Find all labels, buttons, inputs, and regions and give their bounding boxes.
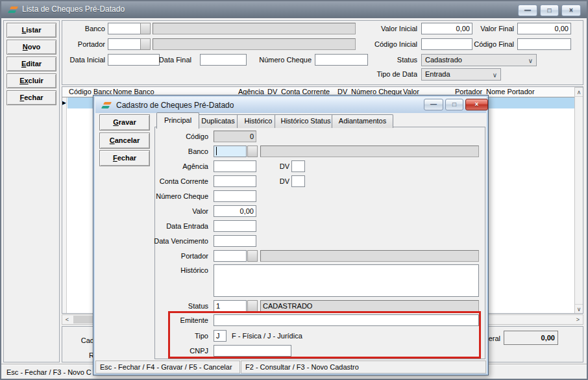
sidebar-button-fechar[interactable]: Fechar <box>6 90 56 105</box>
agencia-input[interactable] <box>214 160 256 172</box>
banco-name-field <box>260 146 479 157</box>
close-icon: × <box>475 101 479 108</box>
banco-label: Banco <box>40 23 105 34</box>
maximize-icon: □ <box>547 7 551 14</box>
valor-final-input[interactable]: 0,00 <box>517 23 571 34</box>
conta-corrente-label: Conta Corrente <box>106 175 208 187</box>
tab-duplicatas[interactable]: Duplicatas <box>194 114 242 128</box>
status-text-field: CADASTRADO <box>260 300 479 312</box>
scroll-right-icon[interactable]: > <box>574 316 582 323</box>
data-entrada-input[interactable] <box>214 220 256 232</box>
chevron-down-icon: ∨ <box>493 70 497 81</box>
dialog-window: Cadastro de Cheques Pré-Datado — □ × Gra… <box>93 95 489 375</box>
banco-lookup-button[interactable] <box>140 23 151 34</box>
close-icon: × <box>569 7 573 14</box>
portador-lookup-button[interactable] <box>140 38 151 50</box>
numero-cheque-input[interactable] <box>214 190 256 202</box>
dv1-input[interactable] <box>291 160 305 172</box>
banco-code-input[interactable] <box>108 23 141 34</box>
conta-corrente-input[interactable] <box>214 175 256 187</box>
numero-cheque-filter-label: Número Cheque <box>254 54 312 66</box>
tipo-de-data-label: Tipo de Data <box>349 68 417 80</box>
dv2-input[interactable] <box>291 175 305 187</box>
highlight-box <box>168 311 481 359</box>
dialog-status-right: F2 - Consultar / F3 - Novo Cadastro <box>241 361 486 374</box>
codigo-label: Código <box>106 131 208 142</box>
dv1-label: DV <box>276 160 289 172</box>
valor-label: Valor <box>106 205 208 217</box>
data-vencimento-input[interactable] <box>214 235 256 247</box>
main-window-title: Lista de Cheques Pré-Datado <box>22 1 125 18</box>
dialog-close-button[interactable]: × <box>465 99 488 110</box>
tipo-de-data-dropdown[interactable]: Entrada ∨ <box>421 68 501 81</box>
grid-header-nome-portador[interactable]: Nome Portador <box>485 87 576 97</box>
portador-lookup-button[interactable] <box>247 250 258 262</box>
banco-code-input[interactable] <box>214 146 247 157</box>
app-icon <box>7 5 18 14</box>
dialog-button-gravar[interactable]: Gravar <box>99 114 150 131</box>
valor-input[interactable]: 0,00 <box>214 205 256 217</box>
sidebar-button-excluir[interactable]: Excluir <box>6 73 56 88</box>
app-icon <box>101 101 112 110</box>
codigo-final-label: Código Final <box>454 38 514 50</box>
dialog-maximize-button[interactable]: □ <box>445 99 463 110</box>
tab-principal[interactable]: Principal <box>156 112 199 129</box>
dialog-minimize-button[interactable]: — <box>424 99 443 110</box>
dialog-title: Cadastro de Cheques Pré-Datado <box>116 97 234 113</box>
status-dropdown-value: Cadastrado <box>425 56 462 64</box>
portador-name-field <box>153 38 356 50</box>
valor-inicial-label: Valor Inicial <box>349 23 417 34</box>
codigo-field: 0 <box>214 131 256 142</box>
banco-name-field <box>153 23 356 34</box>
scroll-up-icon[interactable]: ∧ <box>575 88 583 97</box>
tab-adiantamentos[interactable]: Adiantamentos <box>332 114 393 128</box>
status-filter-label: Status <box>349 54 417 66</box>
scroll-down-icon[interactable]: ∨ <box>575 304 583 313</box>
agencia-label: Agência <box>106 160 208 172</box>
scroll-left-icon[interactable]: < <box>63 316 71 323</box>
portador-code-input[interactable] <box>108 38 141 50</box>
codigo-inicial-label: Código Inicial <box>349 38 417 50</box>
status-label: Status <box>106 300 208 312</box>
summary-total-geral-value: 0,00 <box>504 331 558 345</box>
sidebar: Listar Novo Editar Excluir Fechar <box>3 20 60 362</box>
banco-label: Banco <box>106 146 208 157</box>
portador-label: Portador <box>40 38 105 50</box>
main-titlebar: Lista de Cheques Pré-Datado — □ × <box>1 1 587 18</box>
portador-label: Portador <box>106 250 208 262</box>
tab-historico-status[interactable]: Histórico Status <box>275 114 337 128</box>
dv2-label: DV <box>276 175 289 187</box>
historico-label: Histórico <box>106 264 208 276</box>
chevron-down-icon: ∨ <box>528 55 533 66</box>
data-entrada-label: Data Entrada <box>106 220 208 232</box>
grid-marker-column <box>62 97 67 314</box>
close-button[interactable]: × <box>561 5 581 16</box>
data-final-input[interactable] <box>200 54 247 66</box>
grid-vscrollbar[interactable]: ∧ ∨ <box>574 87 583 314</box>
tipo-de-data-value: Entrada <box>425 70 450 78</box>
minimize-icon: — <box>524 7 531 14</box>
summary-label-cadastrado-fragment: Cad <box>66 335 94 346</box>
text-caret <box>216 147 217 155</box>
codigo-final-input[interactable] <box>517 38 571 50</box>
banco-lookup-button[interactable] <box>247 146 258 157</box>
status-lookup-button[interactable] <box>247 300 258 312</box>
portador-code-input[interactable] <box>214 250 247 262</box>
screen: Lista de Cheques Pré-Datado — □ × Listar… <box>0 0 588 380</box>
summary-label-resgatado-fragment: R <box>66 349 94 361</box>
portador-name-field <box>260 250 479 262</box>
row-marker-icon: ▶ <box>62 97 66 108</box>
valor-final-label: Valor Final <box>454 23 514 34</box>
data-vencimento-label: Data Vencimento <box>106 235 208 247</box>
historico-textarea[interactable] <box>214 264 479 297</box>
data-final-label: Data Final <box>147 54 191 66</box>
status-code-input[interactable]: 1 <box>214 300 247 312</box>
minimize-button[interactable]: — <box>518 5 537 16</box>
dialog-titlebar: Cadastro de Cheques Pré-Datado — □ × <box>95 97 486 113</box>
maximize-button[interactable]: □ <box>540 5 559 16</box>
tab-historico[interactable]: Histórico <box>237 114 280 128</box>
dialog-status-left: Esc - Fechar / F4 - Gravar / F5 - Cancel… <box>95 361 240 374</box>
grid-header-codigo[interactable]: Código <box>67 87 93 97</box>
status-dropdown[interactable]: Cadastrado ∨ <box>421 54 537 66</box>
maximize-icon: □ <box>452 101 456 108</box>
